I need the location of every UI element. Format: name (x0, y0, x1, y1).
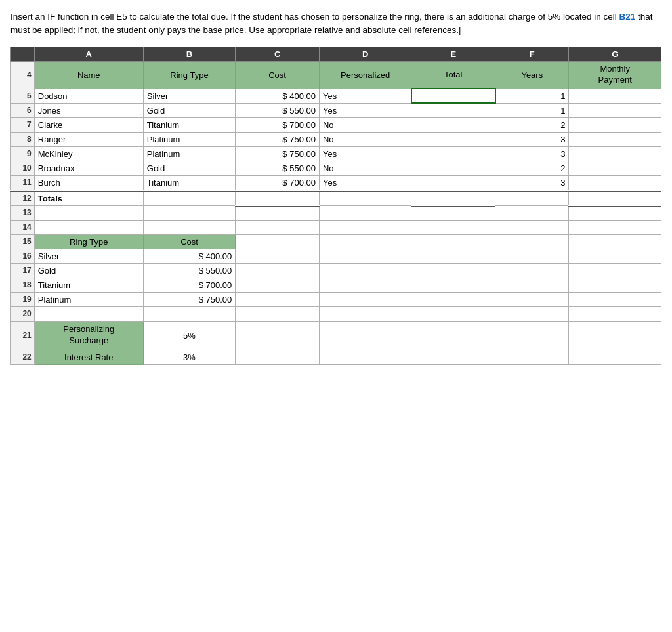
cell-a11[interactable]: Burch (34, 175, 143, 190)
cell-g18[interactable] (569, 278, 662, 292)
cell-a20[interactable] (34, 306, 143, 321)
cell-d5[interactable]: Yes (319, 89, 411, 103)
cell-a13[interactable] (34, 205, 143, 220)
cell-e22[interactable] (411, 350, 495, 364)
cell-d14[interactable] (319, 220, 411, 234)
cell-g16[interactable] (569, 249, 662, 263)
cell-e10[interactable] (411, 161, 495, 175)
cell-e8[interactable] (411, 132, 495, 146)
cell-a4[interactable]: Name (34, 61, 143, 89)
cell-d8[interactable]: No (319, 132, 411, 146)
cell-f6[interactable]: 1 (495, 103, 569, 117)
cell-d7[interactable]: No (319, 117, 411, 132)
cell-g22[interactable] (569, 350, 662, 364)
cell-f9[interactable]: 3 (495, 146, 569, 161)
cell-e7[interactable] (411, 117, 495, 132)
cell-e11[interactable] (411, 175, 495, 190)
cell-g6[interactable] (569, 103, 662, 117)
cell-d16[interactable] (319, 249, 411, 263)
cell-e19[interactable] (411, 292, 495, 306)
cell-g15[interactable] (569, 234, 662, 249)
cell-g5[interactable] (569, 89, 662, 103)
cell-e18[interactable] (411, 278, 495, 292)
cell-e21[interactable] (411, 321, 495, 350)
cell-c8[interactable]: $ 750.00 (236, 132, 320, 146)
cell-g21[interactable] (569, 321, 662, 350)
cell-a8[interactable]: Ranger (34, 132, 143, 146)
cell-b19[interactable]: $ 750.00 (143, 292, 235, 306)
cell-b4[interactable]: Ring Type (143, 61, 235, 89)
cell-g10[interactable] (569, 161, 662, 175)
cell-b20[interactable] (143, 306, 235, 321)
cell-f18[interactable] (495, 278, 569, 292)
cell-g8[interactable] (569, 132, 662, 146)
cell-g19[interactable] (569, 292, 662, 306)
cell-d19[interactable] (319, 292, 411, 306)
cell-a17[interactable]: Gold (34, 263, 143, 278)
cell-d22[interactable] (319, 350, 411, 364)
cell-e5[interactable] (411, 89, 495, 103)
cell-c15[interactable] (236, 234, 320, 249)
cell-b11[interactable]: Titanium (143, 175, 235, 190)
cell-f17[interactable] (495, 263, 569, 278)
cell-f10[interactable]: 2 (495, 161, 569, 175)
cell-g7[interactable] (569, 117, 662, 132)
cell-f11[interactable]: 3 (495, 175, 569, 190)
cell-d6[interactable]: Yes (319, 103, 411, 117)
cell-d20[interactable] (319, 306, 411, 321)
cell-b6[interactable]: Gold (143, 103, 235, 117)
cell-d11[interactable]: Yes (319, 175, 411, 190)
cell-c18[interactable] (236, 278, 320, 292)
cell-c9[interactable]: $ 750.00 (236, 146, 320, 161)
cell-e13[interactable] (411, 205, 495, 220)
cell-f8[interactable]: 3 (495, 132, 569, 146)
cell-e12[interactable] (411, 190, 495, 205)
cell-a7[interactable]: Clarke (34, 117, 143, 132)
cell-f13[interactable] (495, 205, 569, 220)
cell-e16[interactable] (411, 249, 495, 263)
cell-f21[interactable] (495, 321, 569, 350)
cell-f20[interactable] (495, 306, 569, 321)
cell-f14[interactable] (495, 220, 569, 234)
cell-e20[interactable] (411, 306, 495, 321)
cell-f4[interactable]: Years (495, 61, 569, 89)
cell-c22[interactable] (236, 350, 320, 364)
cell-a5[interactable]: Dodson (34, 89, 143, 103)
cell-a15[interactable]: Ring Type (34, 234, 143, 249)
cell-f16[interactable] (495, 249, 569, 263)
cell-g20[interactable] (569, 306, 662, 321)
cell-e15[interactable] (411, 234, 495, 249)
cell-f5[interactable]: 1 (495, 89, 569, 103)
cell-d15[interactable] (319, 234, 411, 249)
cell-g17[interactable] (569, 263, 662, 278)
cell-b13[interactable] (143, 205, 235, 220)
cell-b10[interactable]: Gold (143, 161, 235, 175)
cell-g4[interactable]: MonthlyPayment (569, 61, 662, 89)
cell-e14[interactable] (411, 220, 495, 234)
cell-a22[interactable]: Interest Rate (34, 350, 143, 364)
cell-g14[interactable] (569, 220, 662, 234)
cell-b16[interactable]: $ 400.00 (143, 249, 235, 263)
cell-b22[interactable]: 3% (143, 350, 235, 364)
cell-c16[interactable] (236, 249, 320, 263)
cell-b8[interactable]: Platinum (143, 132, 235, 146)
cell-a19[interactable]: Platinum (34, 292, 143, 306)
cell-c11[interactable]: $ 700.00 (236, 175, 320, 190)
cell-b5[interactable]: Silver (143, 89, 235, 103)
cell-a10[interactable]: Broadnax (34, 161, 143, 175)
cell-c13[interactable] (236, 205, 320, 220)
cell-a21[interactable]: PersonalizingSurcharge (34, 321, 143, 350)
cell-a16[interactable]: Silver (34, 249, 143, 263)
cell-a14[interactable] (34, 220, 143, 234)
cell-e4[interactable]: Total (411, 61, 495, 89)
cell-d10[interactable]: No (319, 161, 411, 175)
cell-a9[interactable]: McKinley (34, 146, 143, 161)
cell-b9[interactable]: Platinum (143, 146, 235, 161)
cell-d12[interactable] (319, 190, 411, 205)
cell-b21[interactable]: 5% (143, 321, 235, 350)
cell-b14[interactable] (143, 220, 235, 234)
cell-a18[interactable]: Titanium (34, 278, 143, 292)
cell-c17[interactable] (236, 263, 320, 278)
cell-c5[interactable]: $ 400.00 (236, 89, 320, 103)
cell-c21[interactable] (236, 321, 320, 350)
